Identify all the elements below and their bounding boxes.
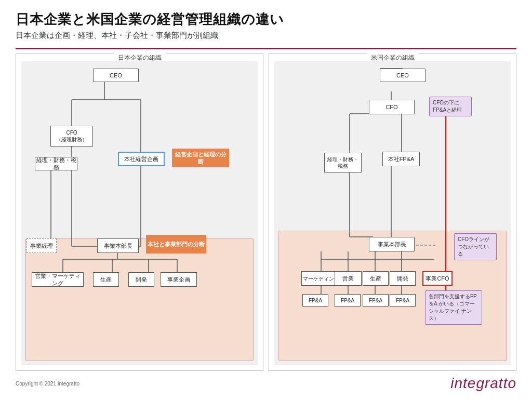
us-fpa1-box: FP&A [302,294,328,307]
japan-honsha-keikaku-box: 本社経営企画 [118,152,165,166]
page: 日本企業と米国企業の経営管理組織の違い 日本企業は企画・経理、本社・子会社・事業… [0,0,532,399]
us-line-annotation: CFOラインが つながっている [454,233,497,260]
japan-cfo-box: CFO （経理財務） [50,126,93,147]
japan-section: 日本企業の組織 [16,54,263,371]
us-jigyocfo-box: 事業CFO [422,271,453,286]
japan-keiri-box: 経理・財務・税務 [35,157,77,170]
us-fpa3-box: FP&A [363,294,389,307]
footer: Copyright © 2021 Integratto integratto [16,373,516,394]
us-section: 米国企業の組織 [269,54,516,371]
japan-bottom-shade [25,238,254,361]
japan-jigyokeikaku-box: 事業企画 [161,272,197,287]
us-eigyo-box: 営業 [335,271,362,286]
japan-kaihatsu-box: 開発 [128,272,154,287]
brand-logo: integratto [450,375,516,392]
japan-org: CEO CFO （経理財務） 経理・財務・税務 本社経営企画 経営企画と経理の分… [16,54,263,370]
us-fpa4-box: FP&A [390,294,416,307]
us-fpa2-box: FP&A [335,294,361,307]
divider [16,48,516,49]
us-kaihatsu-box: 開発 [390,271,416,286]
us-keiri-box: 経理・財務・ 税務 [324,153,362,172]
japan-jigyokeiri-box: 事業経理 [26,238,57,253]
japan-annotation1-box: 経営企画と経理の分断 [172,149,229,167]
header: 日本企業と米国企業の経営管理組織の違い 日本企業は企画・経理、本社・子会社・事業… [16,10,516,41]
content-area: 日本企業の組織 [16,54,516,371]
japan-seisan-box: 生産 [93,272,119,287]
us-cfo-annotation: CFOの下に FP&Aと経理 [429,97,472,116]
us-org: CEO CFO 経理・財務・ 税務 本社FP&A CFOの下に FP&Aと経理 [269,54,516,370]
us-ceo-box: CEO [380,69,425,82]
main-title: 日本企業と米国企業の経営管理組織の違い [16,10,516,29]
sub-title: 日本企業は企画・経理、本社・子会社・事業部門が別組織 [16,31,516,41]
japan-ceo-box: CEO [93,69,139,82]
japan-annotation2-box: 本社と事業部門の分断 [146,235,206,254]
us-honsha-fpa-box: 本社FP&A [382,152,420,166]
us-jigyohocho-box: 事業本部長 [369,237,415,251]
copyright-text: Copyright © 2021 Integratto [16,381,79,387]
japan-jigyohocho-box: 事業本部長 [97,238,139,253]
us-cfo-box: CFO [369,100,415,114]
us-fpa-annotation: 各部門を支援するFP＆A がいる（コマーシャルファイ ナンス） [425,290,482,325]
us-seisan-box: 生産 [363,271,389,286]
japan-eigyo-box: 営業・マーケティング [32,272,84,287]
